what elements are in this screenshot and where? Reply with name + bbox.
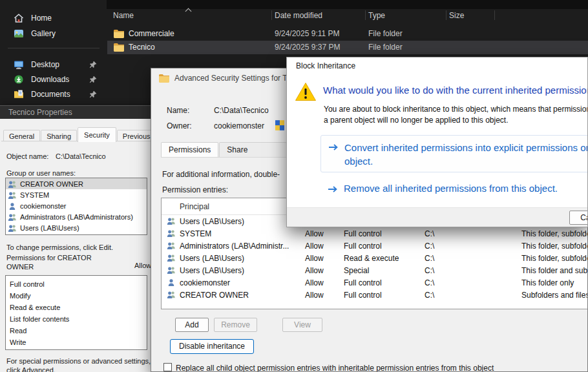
group-item-creator-owner[interactable]: CREATOR OWNER — [6, 178, 147, 189]
tab-security[interactable]: Security — [78, 127, 116, 142]
group-icon — [167, 254, 176, 262]
group-item-label: SYSTEM — [20, 191, 49, 199]
file-name: Tecnico — [129, 43, 155, 52]
group-icon — [8, 191, 17, 199]
group-icon — [167, 217, 176, 225]
view-button[interactable]: View — [282, 318, 322, 332]
group-item-system[interactable]: SYSTEM — [6, 189, 147, 200]
group-icon — [167, 229, 176, 237]
block-inheritance-dialog: Block Inheritance What would you like to… — [286, 57, 588, 227]
advanced-tabs: PermissionsShare — [161, 142, 288, 157]
sidebar-item-home[interactable]: Home — [5, 10, 102, 25]
sidebar-item-gallery[interactable]: Gallery — [5, 26, 102, 41]
entry-type: Allow — [305, 229, 324, 238]
downloads-icon — [14, 74, 24, 85]
column-divider[interactable] — [446, 10, 446, 20]
entry-access: Full control — [344, 278, 382, 287]
column-header-name[interactable]: Name — [113, 11, 134, 20]
properties-dialog-title: Tecnico Properties — [8, 108, 72, 117]
permission-entry-row[interactable]: Users (LAB\Users) Allow Special C:\ This… — [162, 264, 588, 276]
object-name-label: Object name: — [6, 152, 48, 160]
permission-item: Modify — [6, 290, 147, 302]
gallery-icon — [14, 28, 24, 39]
entry-access: Special — [344, 266, 369, 275]
group-icon — [167, 242, 176, 249]
sidebar-item-desktop[interactable]: Desktop — [5, 57, 102, 72]
security-tab-page: Object name: C:\Data\Tecnico Group or us… — [1, 141, 152, 372]
groups-label: Group or user names: — [6, 169, 76, 177]
block-dialog-heading: What would you like to do with the curre… — [323, 85, 588, 96]
convert-permissions-command-link[interactable]: Convert inherited permissions into expli… — [320, 135, 588, 172]
group-item-users[interactable]: Users (LAB\Users) — [6, 222, 147, 233]
permission-entry-row[interactable]: Administrators (LAB\Administr... Allow F… — [162, 240, 588, 252]
remove-permissions-command-link[interactable]: Remove all inherited permissions from th… — [320, 181, 588, 198]
properties-dialog: Tecnico Properties GeneralSharingSecurit… — [0, 105, 152, 372]
file-date-modified: 9/24/2025 9:37 PM — [275, 43, 340, 52]
replace-permissions-checkbox[interactable] — [163, 363, 172, 371]
sidebar-item-downloads[interactable]: Downloads — [5, 72, 102, 87]
column-header-date-modified[interactable]: Date modified — [275, 11, 322, 20]
file-row-tecnico[interactable]: Tecnico 9/24/2025 9:37 PM File folder — [107, 41, 588, 54]
pin-icon — [89, 61, 97, 68]
column-header-principal[interactable]: Principal — [180, 202, 209, 211]
folder-icon — [114, 30, 124, 38]
entry-inherited-from: C:\ — [425, 291, 434, 300]
block-dialog-body: You are about to block inheritance to th… — [324, 104, 588, 127]
entry-type: Allow — [305, 291, 324, 300]
column-divider[interactable] — [271, 10, 272, 20]
permission-entry-row[interactable]: cookiemonster Allow Full control C:\ Thi… — [162, 276, 588, 289]
permission-entry-row[interactable]: SYSTEM Allow Full control C:\ This folde… — [162, 227, 588, 240]
tab-share[interactable]: Share — [219, 142, 287, 157]
name-label: Name: — [167, 106, 189, 115]
replace-permissions-label: Replace all child object permission entr… — [176, 364, 494, 372]
permission-entry-row[interactable]: CREATOR OWNER Allow Full control C:\ Sub… — [162, 289, 588, 301]
column-divider[interactable] — [365, 10, 366, 20]
properties-tabs: GeneralSharingSecurityPrevious Versions — [3, 127, 152, 142]
home-icon — [14, 13, 24, 23]
entry-access: Full control — [344, 291, 382, 300]
sidebar-item-documents[interactable]: Documents — [5, 87, 102, 101]
user-icon — [167, 278, 176, 286]
entry-type: Allow — [305, 242, 324, 251]
group-item-label: Administrators (LAB\Administrators) — [20, 213, 133, 221]
info-text: For additional information, double- — [162, 170, 280, 179]
sidebar-item-label: Documents — [31, 90, 70, 99]
allow-column-label: Allow — [134, 262, 151, 269]
group-item-cookiemonster[interactable]: cookiemonster — [6, 200, 147, 211]
group-item-label: CREATOR OWNER — [20, 180, 83, 188]
cancel-button[interactable]: Cancel — [569, 211, 588, 225]
entry-access: Full control — [344, 229, 382, 238]
sort-ascending-icon — [185, 8, 192, 15]
entry-applies-to: This folder, subfolde — [521, 254, 588, 263]
column-divider[interactable] — [494, 10, 495, 20]
block-dialog-titlebar[interactable]: Block Inheritance — [287, 57, 587, 74]
entry-principal: cookiemonster — [180, 278, 230, 287]
arrow-right-icon — [328, 185, 338, 193]
column-header-type[interactable]: Type — [368, 11, 385, 20]
group-item-administrators[interactable]: Administrators (LAB\Administrators) — [6, 211, 147, 222]
properties-dialog-titlebar[interactable]: Tecnico Properties — [0, 106, 152, 119]
remove-button[interactable]: Remove — [214, 318, 257, 332]
column-header-size[interactable]: Size — [449, 11, 464, 20]
folder-icon — [159, 74, 169, 83]
entry-inherited-from: C:\ — [425, 229, 434, 238]
disable-inheritance-button[interactable]: Disable inheritance — [170, 339, 254, 354]
block-dialog-title: Block Inheritance — [296, 61, 355, 70]
owner-value: cookiemonster — [214, 121, 264, 130]
entry-type: Allow — [305, 278, 324, 287]
permission-entry-row[interactable]: Users (LAB\Users) Allow Read & execute C… — [162, 252, 588, 264]
file-row-commerciale[interactable]: Commerciale 9/24/2025 9:11 PM File folde… — [107, 27, 588, 41]
edit-hint: To change permissions, click Edit. — [6, 243, 113, 251]
entry-type: Allow — [305, 266, 324, 275]
pin-icon — [89, 90, 97, 98]
entry-applies-to: Subfolders and files — [521, 291, 588, 300]
tab-permissions[interactable]: Permissions — [161, 142, 218, 157]
add-button[interactable]: Add — [175, 318, 209, 332]
entry-principal: Administrators (LAB\Administr... — [180, 242, 289, 251]
entry-principal: Users (LAB\Users) — [180, 266, 244, 275]
permission-item: Full control — [6, 278, 147, 290]
advanced-hint: For special permissions or advanced sett… — [6, 356, 152, 372]
permission-item: Read — [6, 325, 147, 336]
entries-label: Permission entries: — [162, 185, 228, 194]
group-icon — [8, 224, 17, 232]
